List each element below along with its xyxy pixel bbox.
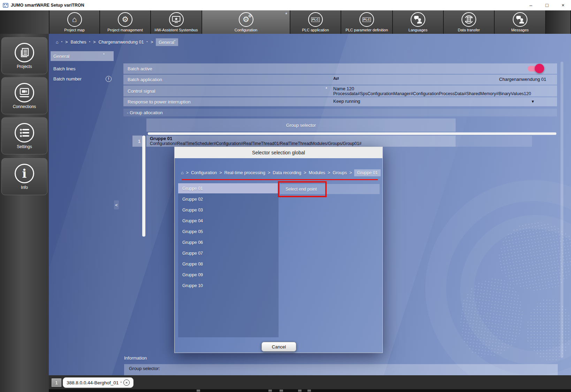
row-control-signal: Control signal * Name 120 Processdata#Sp… <box>123 85 557 97</box>
starred-list-icon <box>15 123 34 143</box>
toolbar-spacer <box>0 10 50 34</box>
main-scrollbar-track[interactable] <box>561 62 563 358</box>
taskbar-icon <box>197 390 200 392</box>
main-toolbar: ⌂ Project map ⚙ Project management HW-As… <box>0 10 571 34</box>
documents-icon <box>15 43 34 62</box>
connection-tab[interactable]: 388.8.0.0.44-Berghof_01 * × <box>63 377 134 388</box>
annotation-red-underline <box>182 179 378 180</box>
toolbar-messages[interactable]: Messages <box>495 10 546 34</box>
dialog-breadcrumb-realtime[interactable]: Real-time processing <box>224 170 265 175</box>
list-item-gruppe-10[interactable]: Gruppe 10 <box>178 280 279 291</box>
dialog-breadcrumb: ⌂ > Configuration > Real-time processing… <box>175 167 382 179</box>
sidebar-item-connections[interactable]: Connections <box>1 77 47 114</box>
message-bubble-icon <box>513 12 527 27</box>
list-item-gruppe-03[interactable]: Gruppe 03 <box>178 205 279 215</box>
batch-active-toggle[interactable] <box>528 66 543 71</box>
group-row[interactable]: Gruppe 01 Configuration#RealTimeSchedule… <box>146 136 456 147</box>
toolbar-hw-assistent[interactable]: HW-Assistent Systembus <box>151 10 202 34</box>
horizontal-scrollbar[interactable] <box>148 132 556 135</box>
modified-asterisk: * <box>285 11 287 17</box>
toolbar-project-map[interactable]: ⌂ Project map <box>50 10 100 34</box>
toolbar-plc-parameter-definition[interactable]: PLC PLC parameter definition <box>341 10 393 34</box>
sidebar-item-info[interactable]: i Info <box>1 158 47 195</box>
list-item-gruppe-06[interactable]: Gruppe 06 <box>178 237 279 247</box>
control-signal-path: Processdata#SpsConfigurationManager#Conf… <box>333 91 531 96</box>
group-allocation-header[interactable]: - Group allocation <box>123 109 557 116</box>
taskbar-icon <box>280 390 283 392</box>
main-content: ⌂* > Batches* > Chargenanwendung 01* > G… <box>49 34 571 375</box>
list-item-gruppe-05[interactable]: Gruppe 05 <box>178 226 279 237</box>
toolbar-plc-application[interactable]: PLC PLC application <box>290 10 341 34</box>
group-row-path: Configuration#RealTimeScheduler#Configur… <box>150 141 456 146</box>
sidebar-item-projects[interactable]: Projects <box>1 37 47 74</box>
list-item-gruppe-02[interactable]: Gruppe 02 <box>178 194 279 204</box>
dialog-breadcrumb-gruppe01[interactable]: Gruppe 01 <box>354 169 380 176</box>
background-globe-ring <box>460 215 571 365</box>
maximize-button[interactable]: □ <box>539 0 555 10</box>
dialog-home-breadcrumb[interactable]: ⌂ <box>181 170 184 175</box>
subnav-batch-number[interactable]: Batch number ! <box>51 74 114 84</box>
close-button[interactable]: × <box>555 0 571 10</box>
vertical-scrollbar[interactable] <box>142 136 145 237</box>
collapse-panel-handle[interactable]: < <box>114 200 119 209</box>
left-sidebar: Projects Connections Settings i In <box>0 34 49 392</box>
power-interruption-value[interactable]: Keep running <box>333 99 360 104</box>
taskbar-edge <box>49 389 571 392</box>
tab-close-icon[interactable]: × <box>123 379 130 386</box>
breadcrumb-general[interactable]: General* <box>156 38 178 46</box>
sidebar-item-settings[interactable]: Settings <box>1 117 47 154</box>
selector-selection-dialog: Selector selection global ⌂ > Configurat… <box>174 147 383 353</box>
group-row-title: Gruppe 01 <box>150 136 456 141</box>
annotation-red-rectangle <box>278 181 327 197</box>
toolbar-data-transfer[interactable]: Data transfer <box>444 10 495 34</box>
group-row-number: 1 <box>132 136 142 147</box>
subnav-batch-lines[interactable]: Batch lines <box>51 64 114 74</box>
list-item-gruppe-01[interactable]: Gruppe 01 <box>178 183 279 193</box>
row-power-interruption: Response to power interruption Keep runn… <box>123 97 557 106</box>
dialog-title: Selector selection global <box>175 147 382 158</box>
dialog-breadcrumb-groups[interactable]: Groups <box>333 170 347 175</box>
list-item-gruppe-09[interactable]: Gruppe 09 <box>178 270 279 280</box>
toolbar-project-management[interactable]: ⚙ Project management <box>100 10 151 34</box>
connection-bar: 1 388.8.0.0.44-Berghof_01 * × <box>49 375 571 392</box>
toolbar-languages[interactable]: Languages <box>393 10 444 34</box>
window-titlebar: JUMO smartWARE Setup variTRON – □ × <box>0 0 571 10</box>
cancel-button[interactable]: Cancel <box>261 342 296 352</box>
dialog-breadcrumb-modules[interactable]: Modules <box>309 170 325 175</box>
home-breadcrumb[interactable]: ⌂ <box>56 40 59 45</box>
control-signal-name[interactable]: Name 120 <box>333 86 354 91</box>
dialog-breadcrumb-configuration[interactable]: Configuration <box>191 170 217 175</box>
dialog-breadcrumb-data-recording[interactable]: Data recording <box>273 170 301 175</box>
list-item-gruppe-07[interactable]: Gruppe 07 <box>178 248 279 258</box>
list-item-gruppe-08[interactable]: Gruppe 08 <box>178 259 279 269</box>
taskbar-icon <box>298 390 302 392</box>
batch-application-value[interactable]: Chargenanwendung 01 <box>499 77 546 82</box>
world-map-dots <box>493 216 571 298</box>
taskbar-icon <box>268 390 272 392</box>
world-map-dots <box>526 299 571 361</box>
list-item-gruppe-04[interactable]: Gruppe 04 <box>178 216 279 226</box>
minimize-button[interactable]: – <box>523 0 539 10</box>
window-controls: – □ × <box>523 0 571 10</box>
plc-sliders-icon: PLC <box>359 12 374 27</box>
group-selector-column-header: Group selector <box>146 118 456 132</box>
information-title: Information <box>124 355 147 361</box>
toggle-knob <box>535 64 544 73</box>
breadcrumb-chargenanwendung[interactable]: Chargenanwendung 01 <box>98 40 144 45</box>
gears-icon: ⚙ ⚙ <box>239 12 253 27</box>
group-row-extension <box>456 136 532 147</box>
toolbar-configuration[interactable]: * ⚙ ⚙ Configuration <box>202 10 290 34</box>
translate-icon[interactable]: A⇄ <box>333 76 338 81</box>
app-icon <box>3 2 8 8</box>
monitor-star-icon <box>169 12 184 27</box>
document-sync-icon <box>462 12 476 27</box>
people-speech-icon <box>411 12 425 27</box>
subnav-general[interactable]: General * <box>51 51 114 61</box>
connection-index: 1 <box>52 378 61 387</box>
breadcrumb-batches[interactable]: Batches <box>70 40 86 45</box>
row-batch-active: Batch active <box>123 63 557 74</box>
info-icon: i <box>15 164 34 183</box>
breadcrumb: ⌂* > Batches* > Chargenanwendung 01* > G… <box>56 38 178 46</box>
dropdown-arrow-icon[interactable]: ▼ <box>531 99 535 103</box>
plc-icon: PLC <box>308 12 323 27</box>
